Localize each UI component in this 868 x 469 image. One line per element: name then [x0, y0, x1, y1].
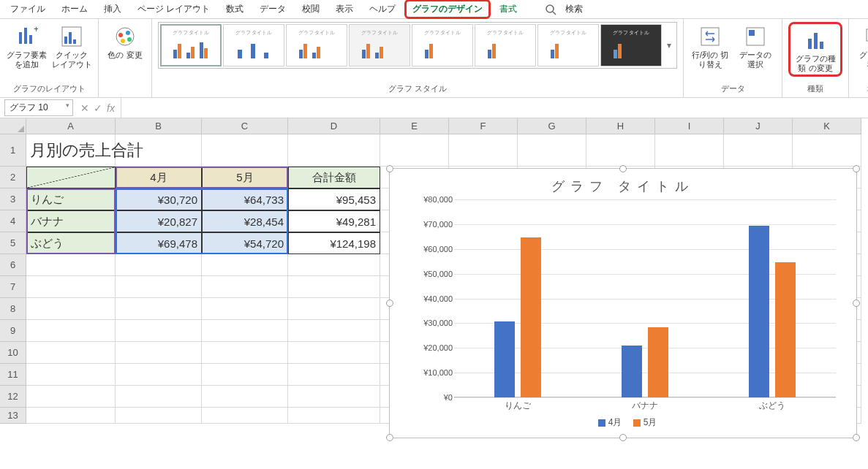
chart-bar[interactable]	[521, 237, 541, 397]
style-gallery-more-icon[interactable]: ▾	[663, 24, 675, 66]
table-cell[interactable]: ¥54,720	[202, 232, 288, 254]
menu-file[interactable]: ファイル	[3, 1, 53, 18]
cell[interactable]	[449, 134, 518, 167]
cell[interactable]	[26, 254, 116, 276]
cell[interactable]	[288, 342, 380, 364]
chart-bar[interactable]	[622, 346, 642, 397]
row-header-13[interactable]: 13	[0, 408, 26, 424]
cell[interactable]	[116, 364, 202, 386]
menu-help[interactable]: ヘルプ	[362, 1, 403, 18]
chart-legend[interactable]: 4月 5月	[394, 413, 852, 433]
worksheet[interactable]: ABCDEFGHIJK 12345678910111213 月別の売上合計4月5…	[0, 118, 868, 469]
cell[interactable]	[26, 364, 116, 386]
chart-style-4[interactable]: グラフ タイトル	[349, 24, 410, 66]
col-header-B[interactable]: B	[116, 118, 202, 134]
switch-row-col-button[interactable]: 行/列の 切り替え	[690, 22, 731, 69]
chart-plot-area[interactable]: ¥0¥10,000¥20,000¥30,000¥40,000¥50,000¥60…	[407, 197, 839, 413]
table-cell[interactable]: ¥124,198	[288, 232, 380, 254]
menu-search[interactable]: 検索	[558, 1, 590, 18]
chart-style-gallery[interactable]: グラフ タイトル グラフ タイトル グラフ タイトル グラフ タイトル グラフ …	[158, 22, 677, 69]
chart-resize-handle[interactable]	[386, 434, 393, 441]
col-header-A[interactable]: A	[26, 118, 116, 134]
table-cell[interactable]: ¥95,453	[288, 188, 380, 210]
menu-page-layout[interactable]: ページ レイアウト	[130, 1, 217, 18]
cell[interactable]	[288, 276, 380, 298]
table-header-month2[interactable]: 5月	[202, 167, 288, 188]
chart-resize-handle[interactable]	[386, 165, 393, 172]
row-header-11[interactable]: 11	[0, 364, 26, 386]
col-header-H[interactable]: H	[586, 118, 655, 134]
chart-bar[interactable]	[775, 262, 796, 397]
cell[interactable]	[202, 276, 288, 298]
cell[interactable]	[26, 320, 116, 342]
embedded-chart[interactable]: グラフ タイトル ¥0¥10,000¥20,000¥30,000¥40,000¥…	[389, 168, 857, 438]
search-icon[interactable]	[545, 4, 556, 15]
cell[interactable]	[288, 408, 380, 424]
move-chart-button[interactable]: グラフの 移動	[855, 22, 868, 69]
cell[interactable]	[380, 134, 449, 167]
row-header-2[interactable]: 2	[0, 167, 26, 188]
menu-home[interactable]: ホーム	[54, 1, 95, 18]
fx-icon[interactable]: fx	[107, 102, 115, 114]
col-header-I[interactable]: I	[655, 118, 724, 134]
cell[interactable]	[26, 298, 116, 320]
cell[interactable]	[202, 254, 288, 276]
chart-resize-handle[interactable]	[853, 300, 860, 307]
chart-title[interactable]: グラフ タイトル	[394, 173, 852, 197]
cell[interactable]	[26, 276, 116, 298]
formula-input[interactable]	[121, 107, 868, 110]
cell[interactable]	[793, 134, 861, 167]
menu-format[interactable]: 書式	[492, 1, 524, 18]
table-rowname-1[interactable]: バナナ	[26, 210, 116, 232]
select-data-button[interactable]: データの 選択	[735, 22, 776, 69]
chart-bar[interactable]	[494, 321, 515, 397]
chart-style-6[interactable]: グラフ タイトル	[475, 24, 536, 66]
cell[interactable]	[116, 254, 202, 276]
col-header-F[interactable]: F	[449, 118, 518, 134]
row-header-5[interactable]: 5	[0, 232, 26, 254]
table-header-month1[interactable]: 4月	[116, 167, 202, 188]
table-cell[interactable]: ¥20,827	[116, 210, 202, 232]
row-header-4[interactable]: 4	[0, 210, 26, 232]
cell[interactable]	[116, 298, 202, 320]
chart-style-5[interactable]: グラフ タイトル	[412, 24, 473, 66]
chart-resize-handle[interactable]	[619, 434, 627, 441]
cell[interactable]	[518, 134, 586, 167]
chart-resize-handle[interactable]	[853, 434, 860, 441]
cell[interactable]	[202, 320, 288, 342]
cell[interactable]	[116, 408, 202, 424]
table-cell[interactable]: ¥28,454	[202, 210, 288, 232]
cell[interactable]	[116, 276, 202, 298]
add-chart-element-button[interactable]: + グラフ要素 を追加	[6, 22, 47, 69]
chart-style-1[interactable]: グラフ タイトル	[160, 24, 222, 66]
cell[interactable]	[288, 364, 380, 386]
table-cell[interactable]: ¥30,720	[116, 188, 202, 210]
menu-view[interactable]: 表示	[328, 1, 361, 18]
col-header-K[interactable]: K	[793, 118, 861, 134]
chart-resize-handle[interactable]	[853, 165, 860, 172]
quick-layout-button[interactable]: クイック レイアウト	[51, 22, 92, 69]
table-cell[interactable]: ¥64,733	[202, 188, 288, 210]
col-header-C[interactable]: C	[202, 118, 288, 134]
col-header-E[interactable]: E	[380, 118, 449, 134]
menu-formulas[interactable]: 数式	[219, 1, 251, 18]
confirm-icon[interactable]: ✓	[94, 102, 102, 114]
col-header-J[interactable]: J	[724, 118, 793, 134]
cell[interactable]	[724, 134, 793, 167]
menu-review[interactable]: 校閲	[295, 1, 327, 18]
name-box[interactable]: グラフ 10	[4, 99, 73, 116]
chart-resize-handle[interactable]	[619, 165, 627, 172]
table-corner-cell[interactable]	[26, 167, 116, 188]
cell[interactable]	[202, 408, 288, 424]
table-header-total[interactable]: 合計金額	[288, 167, 380, 188]
table-title[interactable]: 月別の売上合計	[26, 134, 380, 167]
cell[interactable]	[116, 320, 202, 342]
change-colors-button[interactable]: 色の 変更	[105, 22, 146, 60]
cell[interactable]	[288, 298, 380, 320]
row-header-7[interactable]: 7	[0, 276, 26, 298]
table-cell[interactable]: ¥69,478	[116, 232, 202, 254]
menu-data[interactable]: データ	[252, 1, 293, 18]
cell[interactable]	[26, 408, 116, 424]
col-header-D[interactable]: D	[288, 118, 380, 134]
change-chart-type-button[interactable]: グラフの種類 の変更	[792, 26, 839, 73]
